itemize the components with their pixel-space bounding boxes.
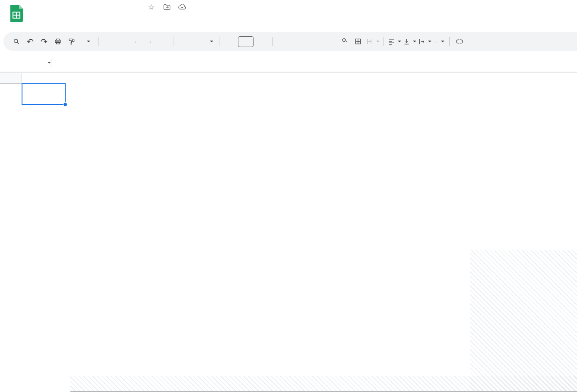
print-icon: [54, 38, 62, 45]
chevron-down-icon: [428, 41, 431, 42]
font-select[interactable]: [178, 35, 215, 48]
cloud-saved-icon: [178, 3, 187, 11]
move-to-folder-icon[interactable]: [162, 3, 171, 11]
text-wrap-button[interactable]: [418, 35, 431, 48]
menu-bar: [29, 15, 106, 18]
paint-format-button[interactable]: [66, 35, 78, 48]
merge-cells-icon: [366, 38, 374, 45]
menu-file[interactable]: [29, 15, 37, 18]
toolbar: ↶ ↷ ← →: [3, 32, 577, 51]
strikethrough-button[interactable]: [304, 35, 316, 48]
name-box[interactable]: [0, 62, 51, 63]
zoom-select[interactable]: [81, 35, 93, 48]
paint-bucket-icon: [341, 37, 348, 44]
borders-button[interactable]: [352, 35, 364, 48]
chevron-down-icon: [441, 41, 444, 42]
link-icon: [456, 38, 463, 45]
insert-link-button[interactable]: [453, 35, 466, 48]
top-bar: ☆: [0, 0, 577, 29]
font-size-input[interactable]: [238, 36, 254, 47]
chevron-down-icon: [413, 41, 416, 42]
sheets-logo-icon: [10, 5, 23, 22]
align-left-icon: [388, 38, 395, 45]
text-color-button[interactable]: [318, 35, 330, 48]
menu-insert[interactable]: [54, 15, 63, 18]
select-all-corner[interactable]: [0, 73, 22, 84]
menu-data[interactable]: [72, 15, 80, 18]
text-rotation-button[interactable]: →: [433, 35, 445, 48]
decrease-decimal-button[interactable]: ←: [130, 35, 142, 48]
decrease-font-size-button[interactable]: [223, 35, 235, 48]
increase-decimal-button[interactable]: →: [144, 35, 156, 48]
print-button[interactable]: [52, 35, 64, 48]
fill-color-button[interactable]: [338, 35, 350, 48]
horizontal-align-button[interactable]: [388, 35, 401, 48]
merge-cells-button: [366, 35, 380, 48]
chevron-down-icon: [48, 62, 51, 63]
italic-button[interactable]: [290, 35, 302, 48]
format-percent-button[interactable]: [116, 35, 128, 48]
search-button[interactable]: [10, 35, 22, 48]
sheets-logo[interactable]: [10, 5, 23, 22]
embedded-image-overlay-bottom[interactable]: [70, 376, 577, 391]
redo-button[interactable]: ↷: [38, 35, 50, 48]
text-wrap-icon: [418, 38, 425, 45]
more-formats-button[interactable]: [158, 35, 170, 48]
menu-view[interactable]: [46, 15, 54, 18]
formula-bar: [0, 54, 577, 72]
paint-format-icon: [68, 38, 76, 45]
chevron-down-icon: [398, 41, 401, 42]
format-currency-button[interactable]: [102, 35, 114, 48]
selection-box: [22, 83, 66, 105]
menu-extensions[interactable]: [89, 15, 98, 18]
vertical-align-icon: [403, 38, 410, 45]
increase-font-size-button[interactable]: [256, 35, 268, 48]
menu-help[interactable]: [98, 15, 106, 18]
embedded-image-overlay-right[interactable]: [470, 250, 577, 391]
vertical-align-button[interactable]: [403, 35, 416, 48]
menu-edit[interactable]: [37, 15, 46, 18]
undo-button[interactable]: ↶: [24, 35, 36, 48]
borders-icon: [354, 38, 362, 45]
search-icon: [13, 38, 20, 45]
menu-format[interactable]: [63, 15, 72, 18]
chevron-down-icon: [87, 41, 90, 42]
star-icon[interactable]: ☆: [147, 3, 155, 11]
bold-button[interactable]: [276, 35, 288, 48]
menu-tools[interactable]: [80, 15, 89, 18]
fill-handle[interactable]: [63, 102, 67, 107]
chevron-down-icon: [376, 41, 380, 42]
google-sheets-window: ☆: [0, 0, 577, 392]
chevron-down-icon: [210, 41, 213, 42]
